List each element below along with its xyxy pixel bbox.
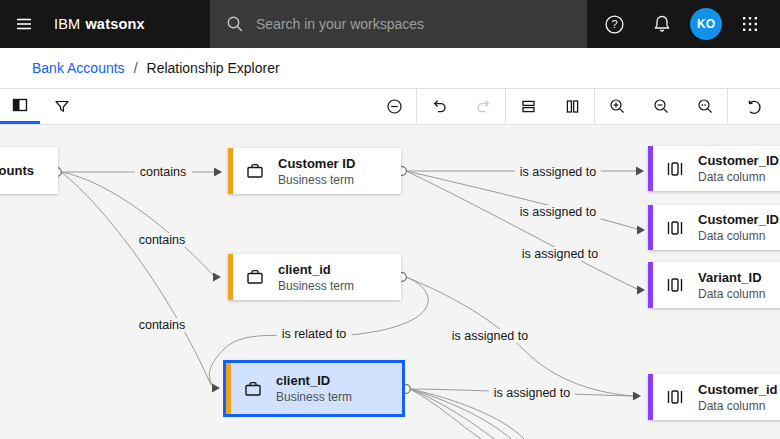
node-subtitle: Data column [698,229,779,243]
node-subtitle: Data column [698,399,777,413]
toolbar-right-group [372,89,780,124]
app-switcher-icon [741,15,759,33]
data-column-icon [665,218,685,238]
node-bank-accounts[interactable]: Bank Accounts [0,147,58,194]
business-term-icon [245,161,265,181]
reset-button[interactable] [728,89,780,124]
notifications-button[interactable] [642,0,682,48]
edge-label-contains: contains [135,165,192,179]
zoom-in-button[interactable] [595,89,639,124]
edge-assigned-3 [406,171,637,289]
node-subtitle: Business term [276,390,352,404]
business-term-icon [245,267,265,287]
remove-node-button[interactable] [372,89,416,124]
data-column-icon [665,387,685,407]
data-column-color-bar [648,205,653,250]
avatar[interactable]: KO [690,8,722,40]
business-term-color-bar [228,148,233,194]
filter-icon [54,99,70,115]
node-subtitle: Business term [278,279,354,293]
open-side-panel-icon [12,97,28,113]
data-column-color-bar [648,374,653,420]
breadcrumb: Bank Accounts / Relationship Explorer [0,48,780,89]
notifications-icon [652,14,672,34]
filter-button[interactable] [40,89,84,124]
help-button[interactable]: ? [594,0,634,48]
zoom-out-button[interactable] [639,89,683,124]
global-search[interactable] [210,0,587,48]
edge-label-is-assigned-to: is assigned to [515,205,601,219]
data-column-color-bar [648,146,653,191]
node-client-id-term[interactable]: client_id Business term [228,254,401,300]
relationship-graph-canvas[interactable]: contains contains contains is assigned t… [0,125,780,439]
brand-prefix: IBM [54,16,80,32]
brand-name: watsonx [85,16,144,32]
node-title: Variant_ID [698,270,765,285]
data-column-icon [665,159,685,179]
undo-button[interactable] [417,89,461,124]
search-input[interactable] [256,16,556,32]
avatar-initials: KO [697,17,715,31]
edge-label-is-assigned-to: is assigned to [447,329,533,343]
node-title: Bank Accounts [0,163,34,178]
edge-contains-2 [61,172,213,275]
edge-label-is-assigned-to: is assigned to [517,247,603,261]
top-header: IBMwatsonx ? KO [0,0,780,48]
node-title: Customer_ID [698,212,779,227]
zoom-in-icon [609,98,626,115]
business-term-color-bar [228,254,233,300]
header-actions: ? KO [594,0,780,48]
data-column-icon [665,275,685,295]
breadcrumb-current: Relationship Explorer [147,60,280,76]
brand[interactable]: IBMwatsonx [54,16,145,32]
svg-text:?: ? [611,18,617,30]
node-subtitle: Data column [698,170,779,184]
menu-button[interactable] [0,0,48,48]
node-subtitle: Data column [698,287,765,301]
edge-label-contains: contains [134,318,191,332]
app-switcher-button[interactable] [730,0,770,48]
node-subtitle: Business term [278,173,355,187]
node-customer-id-column[interactable]: Customer_ID Data column [648,146,780,191]
edge-fan-4 [410,389,481,439]
zoom-out-icon [653,98,670,115]
node-title: client_ID [276,373,352,388]
horizontal-layout-icon [520,98,537,115]
vertical-layout-button[interactable] [550,89,594,124]
breadcrumb-link-bank-accounts[interactable]: Bank Accounts [32,60,125,76]
node-title: client_id [278,262,354,277]
remove-node-icon [386,98,403,115]
edge-label-is-related-to: is related to [277,327,352,341]
graph-toolbar [0,89,780,125]
data-column-color-bar [648,262,653,308]
zoom-to-fit-icon [697,98,714,115]
zoom-to-fit-button[interactable] [683,89,727,124]
node-variant-id-column[interactable]: Variant_ID Data column [648,262,780,308]
edge-label-contains: contains [134,233,191,247]
edge-label-is-assigned-to: is assigned to [489,386,575,400]
edge-assigned-2 [406,171,637,229]
undo-icon [431,98,448,115]
node-title: Customer_id [698,382,777,397]
node-client-id-term-selected[interactable]: client_ID Business term [223,360,405,417]
node-customer-id-column[interactable]: Customer_ID Data column [648,205,780,250]
reset-icon [745,98,763,116]
redo-button[interactable] [461,89,505,124]
business-term-icon [243,379,263,399]
toolbar-left-group [0,89,84,125]
open-side-panel-button[interactable] [0,89,40,124]
edge-label-is-assigned-to: is assigned to [515,165,601,179]
horizontal-layout-button[interactable] [506,89,550,124]
node-title: Customer_ID [698,153,779,168]
edge-contains-3 [61,172,211,385]
node-title: Customer ID [278,156,355,171]
vertical-layout-icon [564,98,581,115]
menu-icon [14,14,34,34]
node-customer-id-term[interactable]: Customer ID Business term [228,148,401,194]
business-term-color-bar [226,363,231,414]
node-customer-id-lower-column[interactable]: Customer_id Data column [648,374,780,420]
search-icon [226,15,244,33]
breadcrumb-separator: / [134,60,138,76]
redo-icon [475,98,492,115]
help-icon: ? [604,14,625,35]
